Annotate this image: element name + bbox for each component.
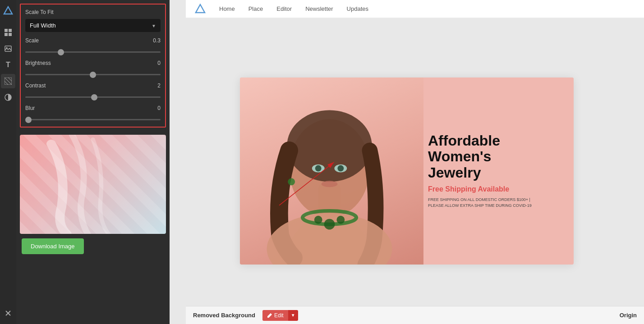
brightness-label: Brightness xyxy=(25,60,51,66)
svg-point-21 xyxy=(324,219,335,230)
svg-line-10 xyxy=(5,81,8,85)
scale-slider[interactable] xyxy=(25,51,161,53)
blur-value: 0 xyxy=(157,105,161,111)
grid-icon[interactable] xyxy=(1,25,15,40)
nav-newsletter[interactable]: Newsletter xyxy=(305,5,333,12)
banner-woman-area xyxy=(240,78,423,265)
svg-rect-4 xyxy=(9,33,12,36)
banner-fine-print: FREE SHIPPING ON ALL DOMESTIC ORDERS $10… xyxy=(428,197,565,209)
scale-to-fit-section: Scale To Fit Full Width Full Height Fit … xyxy=(20,4,166,128)
svg-point-22 xyxy=(314,216,322,224)
edit-button[interactable]: Edit xyxy=(262,310,288,321)
brightness-slider-row: Brightness 0 xyxy=(25,60,161,77)
close-icon[interactable] xyxy=(1,306,15,320)
contrast-slider-row: Contrast 2 xyxy=(25,82,161,100)
origin-label: Origin xyxy=(620,312,637,319)
pattern-icon[interactable] xyxy=(1,74,15,88)
preview-area: Download Image xyxy=(16,131,170,324)
scale-slider-row: Scale 0.3 xyxy=(25,37,161,55)
banner-text-area: AffordableWomen'sJewelry Free Shipping A… xyxy=(423,78,574,265)
blur-label: Blur xyxy=(25,105,35,111)
nav-place[interactable]: Place xyxy=(248,5,263,12)
contrast-label: Contrast xyxy=(25,82,46,89)
svg-rect-2 xyxy=(9,29,12,32)
main-content: Home Place Editor Newsletter Updates xyxy=(170,0,644,324)
nav-editor[interactable]: Editor xyxy=(276,5,292,12)
scale-value: 0.3 xyxy=(153,37,161,44)
icon-sidebar: T xyxy=(0,0,16,324)
brightness-value: 0 xyxy=(157,60,161,66)
svg-line-9 xyxy=(8,78,12,81)
brightness-slider[interactable] xyxy=(25,74,161,75)
thumbnail-preview xyxy=(20,135,166,234)
scale-label: Scale xyxy=(25,37,39,44)
svg-point-23 xyxy=(336,216,345,224)
dropdown-wrapper[interactable]: Full Width Full Height Fit Fill xyxy=(25,19,161,32)
contrast-icon[interactable] xyxy=(1,90,15,105)
logo-icon[interactable] xyxy=(1,4,15,18)
svg-rect-1 xyxy=(5,29,8,32)
svg-line-8 xyxy=(5,78,12,85)
nav-home[interactable]: Home xyxy=(219,5,235,12)
svg-marker-0 xyxy=(4,7,12,14)
jewelry-banner: AffordableWomen'sJewelry Free Shipping A… xyxy=(240,78,574,265)
svg-point-26 xyxy=(315,165,322,172)
edit-dropdown-button[interactable]: ▼ xyxy=(288,310,298,321)
text-icon[interactable]: T xyxy=(1,58,15,72)
banner-subtitle: Free Shipping Available xyxy=(428,185,565,193)
blur-slider[interactable] xyxy=(25,119,161,120)
contrast-slider[interactable] xyxy=(25,96,161,98)
svg-point-27 xyxy=(337,165,344,172)
control-panel: Scale To Fit Full Width Full Height Fit … xyxy=(16,0,170,324)
removed-bg-label: Removed Background xyxy=(193,312,255,319)
banner-title: AffordableWomen'sJewelry xyxy=(428,133,565,181)
blur-slider-row: Blur 0 xyxy=(25,105,161,122)
scale-to-fit-dropdown[interactable]: Full Width Full Height Fit Fill xyxy=(25,19,161,32)
contrast-value: 2 xyxy=(157,82,161,89)
svg-rect-3 xyxy=(5,33,8,36)
nav-updates[interactable]: Updates xyxy=(347,5,368,12)
top-nav: Home Place Editor Newsletter Updates xyxy=(186,0,644,18)
edit-button-group: Edit ▼ xyxy=(262,310,298,321)
nav-logo-icon xyxy=(195,4,206,14)
svg-point-28 xyxy=(322,181,338,187)
edit-pencil-icon xyxy=(267,313,272,318)
download-image-button[interactable]: Download Image xyxy=(22,238,84,254)
svg-point-18 xyxy=(287,110,372,182)
bottom-bar: Removed Background Edit ▼ Origin xyxy=(186,306,644,324)
scale-to-fit-label: Scale To Fit xyxy=(25,9,161,15)
svg-point-29 xyxy=(288,178,295,185)
image-icon[interactable] xyxy=(1,41,15,56)
svg-marker-14 xyxy=(196,5,205,13)
